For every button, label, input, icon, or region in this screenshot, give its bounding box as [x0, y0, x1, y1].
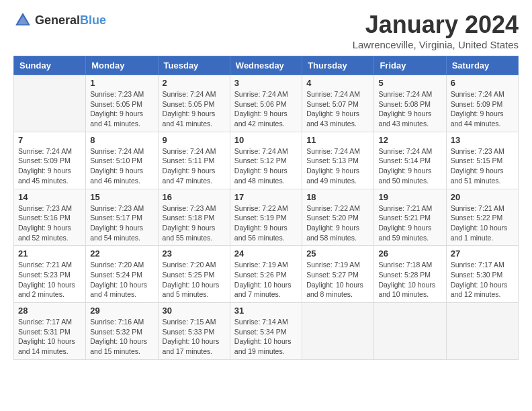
day-detail: Sunrise: 7:19 AMSunset: 5:26 PMDaylight:… [234, 261, 292, 298]
day-detail: Sunrise: 7:22 AMSunset: 5:19 PMDaylight:… [234, 204, 288, 242]
calendar-day-cell: 5 Sunrise: 7:24 AMSunset: 5:08 PMDayligh… [374, 75, 446, 132]
calendar-day-cell: 26 Sunrise: 7:18 AMSunset: 5:28 PMDaylig… [374, 246, 446, 303]
weekday-header-cell: Sunday [14, 56, 86, 75]
day-number: 27 [451, 248, 514, 259]
day-detail: Sunrise: 7:24 AMSunset: 5:10 PMDaylight:… [90, 147, 144, 185]
day-detail: Sunrise: 7:24 AMSunset: 5:14 PMDaylight:… [378, 147, 432, 185]
day-detail: Sunrise: 7:23 AMSunset: 5:18 PMDaylight:… [163, 204, 216, 242]
calendar-day-cell [14, 75, 86, 132]
day-number: 15 [90, 192, 153, 202]
calendar-day-cell: 4 Sunrise: 7:24 AMSunset: 5:07 PMDayligh… [302, 75, 374, 132]
day-number: 23 [163, 248, 226, 259]
day-detail: Sunrise: 7:15 AMSunset: 5:33 PMDaylight:… [163, 318, 220, 355]
day-detail: Sunrise: 7:17 AMSunset: 5:31 PMDaylight:… [18, 318, 75, 355]
day-number: 24 [234, 248, 298, 259]
calendar-table: SundayMondayTuesdayWednesdayThursdayFrid… [13, 56, 519, 360]
weekday-header-row: SundayMondayTuesdayWednesdayThursdayFrid… [14, 56, 519, 75]
day-number: 29 [90, 306, 153, 316]
day-number: 3 [234, 78, 298, 88]
day-detail: Sunrise: 7:20 AMSunset: 5:25 PMDaylight:… [163, 261, 220, 298]
calendar-week-row: 1 Sunrise: 7:23 AMSunset: 5:05 PMDayligh… [14, 75, 519, 132]
day-detail: Sunrise: 7:24 AMSunset: 5:13 PMDaylight:… [306, 147, 360, 185]
day-number: 21 [18, 248, 81, 259]
calendar-day-cell: 11 Sunrise: 7:24 AMSunset: 5:13 PMDaylig… [302, 132, 374, 189]
calendar-day-cell: 28 Sunrise: 7:17 AMSunset: 5:31 PMDaylig… [14, 303, 86, 360]
calendar-day-cell: 2 Sunrise: 7:24 AMSunset: 5:05 PMDayligh… [158, 75, 230, 132]
day-number: 9 [163, 135, 226, 145]
logo: GeneralBlue [13, 11, 106, 30]
calendar-day-cell: 13 Sunrise: 7:23 AMSunset: 5:15 PMDaylig… [446, 132, 518, 189]
weekday-header-cell: Tuesday [158, 56, 230, 75]
weekday-header-cell: Friday [374, 56, 446, 75]
calendar-day-cell [302, 303, 374, 360]
day-detail: Sunrise: 7:21 AMSunset: 5:21 PMDaylight:… [378, 204, 432, 242]
day-number: 6 [451, 78, 514, 88]
day-number: 26 [378, 248, 441, 259]
calendar-day-cell: 15 Sunrise: 7:23 AMSunset: 5:17 PMDaylig… [86, 189, 158, 246]
calendar-day-cell: 20 Sunrise: 7:21 AMSunset: 5:22 PMDaylig… [446, 189, 518, 246]
day-number: 2 [163, 78, 226, 88]
day-number: 16 [163, 192, 226, 202]
day-number: 18 [306, 192, 369, 202]
day-detail: Sunrise: 7:24 AMSunset: 5:12 PMDaylight:… [234, 147, 288, 185]
page-header: GeneralBlue January 2024 Lawrenceville, … [13, 11, 519, 50]
day-number: 30 [163, 306, 226, 316]
day-detail: Sunrise: 7:19 AMSunset: 5:27 PMDaylight:… [306, 261, 363, 298]
logo-general-text: General [35, 13, 80, 27]
calendar-day-cell: 29 Sunrise: 7:16 AMSunset: 5:32 PMDaylig… [86, 303, 158, 360]
calendar-day-cell: 16 Sunrise: 7:23 AMSunset: 5:18 PMDaylig… [158, 189, 230, 246]
calendar-day-cell: 24 Sunrise: 7:19 AMSunset: 5:26 PMDaylig… [230, 246, 302, 303]
calendar-body: 1 Sunrise: 7:23 AMSunset: 5:05 PMDayligh… [14, 75, 519, 360]
day-number: 20 [451, 192, 514, 202]
calendar-day-cell [374, 303, 446, 360]
calendar-day-cell: 17 Sunrise: 7:22 AMSunset: 5:19 PMDaylig… [230, 189, 302, 246]
calendar-day-cell: 12 Sunrise: 7:24 AMSunset: 5:14 PMDaylig… [374, 132, 446, 189]
day-detail: Sunrise: 7:24 AMSunset: 5:06 PMDaylight:… [234, 90, 288, 128]
logo-icon [13, 11, 32, 30]
day-detail: Sunrise: 7:23 AMSunset: 5:16 PMDaylight:… [18, 204, 72, 242]
day-number: 13 [451, 135, 514, 145]
calendar-day-cell: 19 Sunrise: 7:21 AMSunset: 5:21 PMDaylig… [374, 189, 446, 246]
day-number: 19 [378, 192, 441, 202]
day-number: 14 [18, 192, 81, 202]
day-number: 17 [234, 192, 298, 202]
logo-blue-text: Blue [80, 13, 106, 27]
month-title: January 2024 [353, 11, 519, 39]
weekday-header-cell: Monday [86, 56, 158, 75]
day-detail: Sunrise: 7:22 AMSunset: 5:20 PMDaylight:… [306, 204, 360, 242]
calendar-day-cell: 3 Sunrise: 7:24 AMSunset: 5:06 PMDayligh… [230, 75, 302, 132]
calendar-day-cell: 21 Sunrise: 7:21 AMSunset: 5:23 PMDaylig… [14, 246, 86, 303]
calendar-day-cell: 9 Sunrise: 7:24 AMSunset: 5:11 PMDayligh… [158, 132, 230, 189]
day-number: 1 [90, 78, 153, 88]
day-number: 10 [234, 135, 298, 145]
day-detail: Sunrise: 7:24 AMSunset: 5:08 PMDaylight:… [378, 90, 432, 128]
day-number: 28 [18, 306, 81, 316]
day-detail: Sunrise: 7:18 AMSunset: 5:28 PMDaylight:… [378, 261, 435, 298]
day-detail: Sunrise: 7:24 AMSunset: 5:09 PMDaylight:… [18, 147, 72, 185]
weekday-header-cell: Thursday [302, 56, 374, 75]
calendar-week-row: 21 Sunrise: 7:21 AMSunset: 5:23 PMDaylig… [14, 246, 519, 303]
day-detail: Sunrise: 7:21 AMSunset: 5:22 PMDaylight:… [451, 204, 508, 242]
calendar-week-row: 28 Sunrise: 7:17 AMSunset: 5:31 PMDaylig… [14, 303, 519, 360]
location-title: Lawrenceville, Virginia, United States [353, 39, 519, 50]
weekday-header-cell: Saturday [446, 56, 518, 75]
calendar-week-row: 14 Sunrise: 7:23 AMSunset: 5:16 PMDaylig… [14, 189, 519, 246]
day-number: 4 [306, 78, 369, 88]
day-detail: Sunrise: 7:24 AMSunset: 5:05 PMDaylight:… [163, 90, 216, 128]
day-detail: Sunrise: 7:14 AMSunset: 5:34 PMDaylight:… [234, 318, 292, 355]
day-detail: Sunrise: 7:17 AMSunset: 5:30 PMDaylight:… [451, 261, 508, 298]
day-number: 22 [90, 248, 153, 259]
day-detail: Sunrise: 7:24 AMSunset: 5:07 PMDaylight:… [306, 90, 360, 128]
day-number: 8 [90, 135, 153, 145]
day-detail: Sunrise: 7:21 AMSunset: 5:23 PMDaylight:… [18, 261, 75, 298]
day-detail: Sunrise: 7:24 AMSunset: 5:09 PMDaylight:… [451, 90, 504, 128]
calendar-day-cell [446, 303, 518, 360]
calendar-day-cell: 27 Sunrise: 7:17 AMSunset: 5:30 PMDaylig… [446, 246, 518, 303]
weekday-header-cell: Wednesday [230, 56, 302, 75]
title-area: January 2024 Lawrenceville, Virginia, Un… [353, 11, 519, 50]
day-detail: Sunrise: 7:23 AMSunset: 5:05 PMDaylight:… [90, 90, 144, 128]
day-detail: Sunrise: 7:20 AMSunset: 5:24 PMDaylight:… [90, 261, 147, 298]
calendar-day-cell: 22 Sunrise: 7:20 AMSunset: 5:24 PMDaylig… [86, 246, 158, 303]
calendar-day-cell: 14 Sunrise: 7:23 AMSunset: 5:16 PMDaylig… [14, 189, 86, 246]
day-number: 12 [378, 135, 441, 145]
